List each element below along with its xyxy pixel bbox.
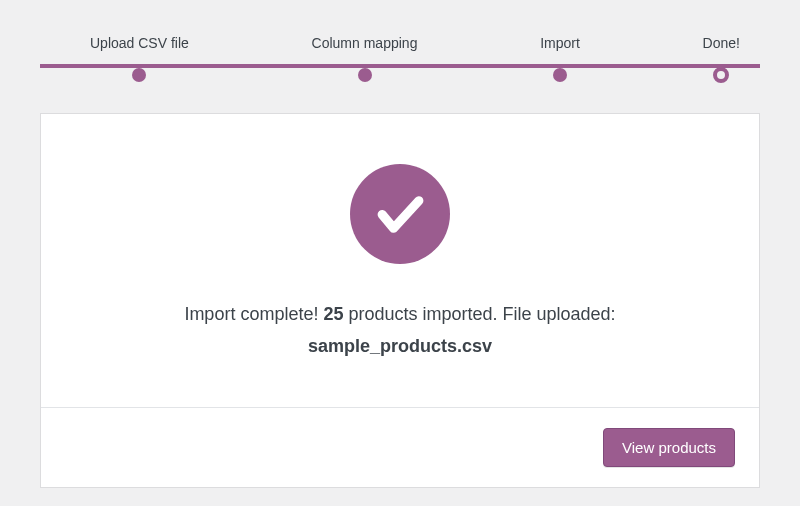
step-import: Import	[540, 35, 580, 83]
step-done: Done!	[703, 35, 740, 83]
message-suffix: products imported. File uploaded:	[343, 304, 615, 324]
step-dot-icon	[358, 68, 372, 82]
step-label: Column mapping	[312, 35, 418, 51]
step-label: Done!	[703, 35, 740, 51]
card-body: Import complete! 25 products imported. F…	[41, 114, 759, 407]
uploaded-filename: sample_products.csv	[81, 336, 719, 357]
step-label: Upload CSV file	[90, 35, 189, 51]
step-label: Import	[540, 35, 580, 51]
import-complete-message: Import complete! 25 products imported. F…	[81, 299, 719, 330]
step-dot-current-icon	[713, 67, 729, 83]
step-column-mapping: Column mapping	[312, 35, 418, 83]
card-footer: View products	[41, 407, 759, 487]
step-dot-icon	[132, 68, 146, 82]
step-dot-icon	[553, 68, 567, 82]
message-prefix: Import complete!	[184, 304, 323, 324]
progress-stepper: Upload CSV file Column mapping Import Do…	[0, 0, 800, 113]
success-check-icon	[350, 164, 450, 264]
import-wizard: Upload CSV file Column mapping Import Do…	[0, 0, 800, 488]
step-upload: Upload CSV file	[90, 35, 189, 83]
result-card: Import complete! 25 products imported. F…	[40, 113, 760, 488]
imported-count: 25	[323, 304, 343, 324]
view-products-button[interactable]: View products	[603, 428, 735, 467]
